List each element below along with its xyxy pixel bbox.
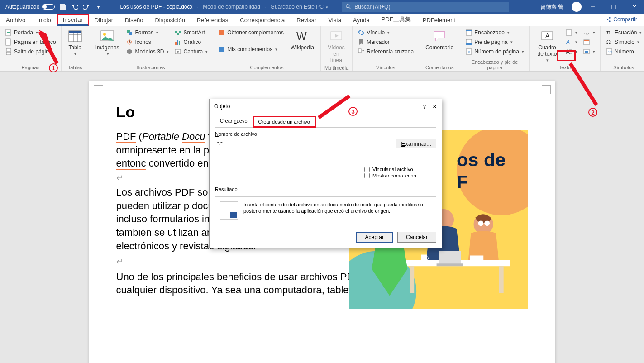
dialog-tab-new[interactable]: Crear nuevo: [215, 116, 253, 128]
object-button[interactable]: ▾: [582, 47, 596, 56]
svg-text:π: π: [606, 29, 610, 36]
svg-rect-12: [129, 32, 132, 35]
symbol-button[interactable]: ΩSímbolo▾: [604, 38, 643, 47]
shapes-button[interactable]: Formas▾: [124, 28, 170, 37]
show-icon-checkbox[interactable]: Mostrar como icono: [364, 173, 436, 178]
tab-help[interactable]: Ayuda: [347, 14, 376, 26]
annotation-arrow-1: [34, 25, 62, 68]
svg-rect-61: [421, 255, 427, 263]
get-addins-button[interactable]: Obtener complementos: [217, 28, 285, 37]
svg-rect-14: [175, 31, 177, 33]
group-illustrations-label: Ilustraciones: [93, 64, 209, 71]
icons-button[interactable]: Iconos: [124, 38, 170, 47]
link-checkbox[interactable]: Vincular al archivo: [364, 167, 436, 172]
equation-button[interactable]: πEcuación▾: [604, 28, 643, 37]
ribbon-tabs: Archivo Inicio Insertar Dibujar Diseño D…: [0, 14, 644, 26]
cross-reference-button[interactable]: Referencia cruzada: [356, 47, 415, 56]
svg-rect-39: [584, 40, 589, 41]
user-avatar[interactable]: [572, 2, 582, 12]
datetime-button[interactable]: [582, 38, 596, 47]
tab-mail[interactable]: Correspondencia: [234, 14, 291, 26]
textbox-data

        [interactable]: ACuadro de texto▾: [533, 28, 561, 63]
minimize-button[interactable]: [583, 0, 602, 14]
my-addins-button[interactable]: Mis complementos▾: [217, 45, 285, 54]
table-button[interactable]: Tabla▾: [65, 28, 85, 57]
svg-text:12: 12: [608, 50, 612, 54]
tab-view[interactable]: Vista: [322, 14, 347, 26]
svg-text:Ω: Ω: [606, 39, 611, 45]
tab-insert[interactable]: Insertar: [57, 14, 89, 26]
ribbon: Portada▾ Página en blanco Salto de págin…: [0, 26, 644, 72]
filename-label: Nombre de archivo:: [215, 131, 436, 137]
cancel-button[interactable]: Cancelar: [397, 232, 436, 243]
qat-dropdown-icon[interactable]: ▾: [95, 3, 102, 10]
share-button[interactable]: Compartir: [602, 15, 641, 24]
svg-rect-22: [219, 30, 224, 35]
ok-button[interactable]: Aceptar: [356, 232, 393, 243]
svg-text:#: #: [468, 50, 470, 54]
tab-design[interactable]: Diseño: [119, 14, 149, 26]
group-symbols-label: Símbolos: [604, 64, 643, 71]
bookmark-button[interactable]: Marcador: [356, 38, 415, 47]
tab-references[interactable]: Referencias: [191, 14, 234, 26]
dialog-tab-from-file[interactable]: Crear desde un archivo: [253, 116, 316, 128]
search-box[interactable]: Buscar (Alt+Q): [342, 2, 509, 12]
svg-rect-52: [410, 266, 414, 293]
tab-pdftools[interactable]: PDF工具集: [376, 13, 417, 26]
3d-models-button[interactable]: Modelos 3D▾: [124, 47, 170, 56]
redo-icon[interactable]: [83, 3, 90, 10]
dialog-help-button[interactable]: ?: [423, 103, 426, 110]
page-number-button[interactable]: #Número de página▾: [464, 47, 525, 56]
wikipedia-button[interactable]: WWikipedia: [288, 28, 317, 52]
smartart-button[interactable]: SmartArt: [173, 28, 209, 37]
filename-input[interactable]: [215, 139, 392, 148]
autosave-toggle[interactable]: [42, 4, 55, 10]
images-button[interactable]: Imágenes▾: [93, 28, 122, 57]
tab-file[interactable]: Archivo: [0, 14, 31, 26]
autosave-label: Autoguardado: [5, 4, 39, 10]
tab-review[interactable]: Revisar: [291, 14, 322, 26]
dialog-close-button[interactable]: ✕: [432, 103, 437, 110]
group-media-label: Multimedia: [324, 64, 348, 72]
comment-button[interactable]: Comentario: [423, 28, 456, 52]
footer-button[interactable]: Pie de página▾: [464, 38, 525, 47]
svg-text:W: W: [296, 30, 307, 42]
tab-draw[interactable]: Dibujar: [89, 14, 119, 26]
annotation-arrow-2: [565, 60, 601, 111]
online-video-button[interactable]: Vídeos en línea: [324, 28, 348, 64]
user-name[interactable]: 曾德鑫 曾: [540, 3, 563, 11]
document-title: Los usos de PDF - copia.docx - Modo de c…: [120, 4, 328, 10]
dropcap-button[interactable]: A▾: [564, 47, 579, 56]
header-button[interactable]: Encabezado▾: [464, 28, 525, 37]
compat-text: Modo de compatibilidad: [203, 4, 260, 10]
svg-text:os de: os de: [457, 149, 506, 170]
number-button[interactable]: 12Número: [604, 47, 643, 56]
share-label: Compartir: [613, 16, 637, 23]
quick-access-toolbar: ▾: [59, 3, 102, 10]
link-button[interactable]: Vínculo▾: [356, 28, 415, 37]
wordart-button[interactable]: A▾: [564, 38, 579, 47]
svg-rect-15: [179, 31, 181, 33]
search-placeholder: Buscar (Alt+Q): [354, 4, 390, 10]
browse-button[interactable]: Examinar...: [396, 139, 436, 148]
undo-icon[interactable]: [71, 3, 78, 10]
group-illustrations: Imágenes▾ Formas▾ Iconos Modelos 3D▾ Sma…: [89, 26, 213, 71]
group-links: Vínculo▾ Marcador Referencia cruzada Vín…: [353, 26, 419, 71]
svg-rect-28: [466, 30, 472, 31]
svg-point-58: [484, 220, 490, 226]
tab-home[interactable]: Inicio: [31, 14, 57, 26]
maximize-button[interactable]: [604, 0, 623, 14]
chart-button[interactable]: Gráfico: [173, 38, 209, 47]
tab-layout[interactable]: Disposición: [149, 14, 191, 26]
tab-pdfelement[interactable]: PDFelement: [417, 14, 461, 26]
screenshot-button[interactable]: Captura▾: [173, 47, 209, 56]
save-icon[interactable]: [59, 3, 67, 10]
titlebar: Autoguardado ▾ Los usos de PDF - copia.d…: [0, 0, 644, 14]
signature-button[interactable]: ▾: [582, 28, 596, 37]
quickparts-button[interactable]: ▾: [564, 28, 579, 37]
close-button[interactable]: [625, 0, 644, 14]
svg-rect-62: [470, 256, 483, 264]
svg-rect-59: [439, 251, 461, 265]
group-header-footer: Encabezado▾ Pie de página▾ #Número de pá…: [460, 26, 530, 71]
group-media: Vídeos en línea Multimedia: [321, 26, 353, 71]
